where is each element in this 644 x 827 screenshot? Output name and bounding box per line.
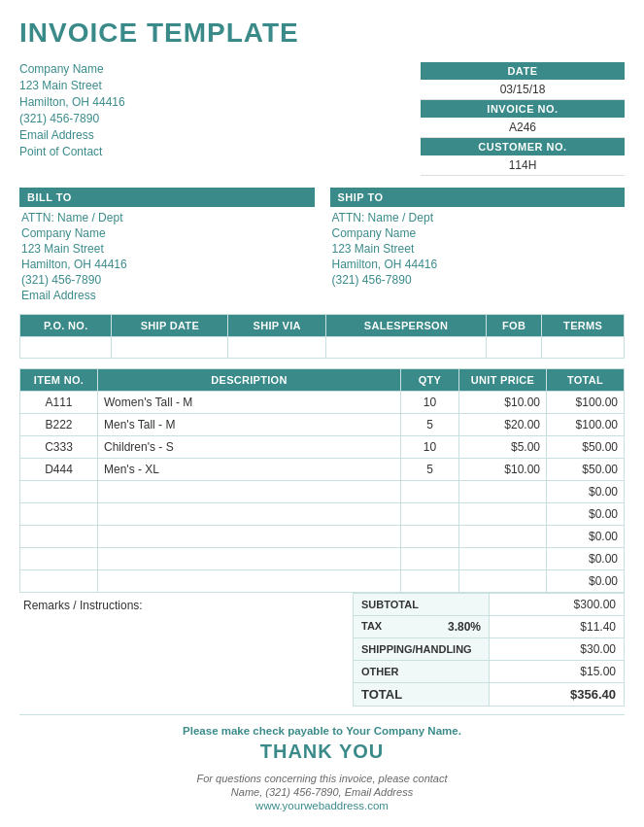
table-row: A111 Women's Tall - M 10 $10.00 $100.00 — [20, 392, 625, 414]
bill-to-header: BILL TO — [19, 188, 315, 207]
cell-unit: $20.00 — [459, 414, 547, 436]
bill-ship-section: BILL TO ATTN: Name / Dept Company Name 1… — [19, 188, 625, 304]
po-salesperson-val — [326, 337, 487, 359]
po-col-po: P.O. NO. — [20, 315, 112, 337]
footer-area: Please make check payable to Your Compan… — [19, 725, 625, 811]
ship-phone: (321) 456-7890 — [330, 273, 626, 287]
bottom-section: Remarks / Instructions: SUBTOTAL $300.00… — [19, 593, 625, 706]
other-row: OTHER $15.00 — [354, 661, 625, 683]
cell-qty — [401, 548, 459, 570]
cell-unit — [459, 481, 547, 503]
cell-qty — [401, 503, 459, 526]
divider — [19, 714, 625, 715]
cell-unit — [459, 503, 547, 526]
shipping-row: SHIPPING/HANDLING $30.00 — [354, 638, 625, 661]
cell-total: $0.00 — [547, 481, 625, 503]
po-col-shipdate: SHIP DATE — [112, 315, 228, 337]
cell-unit: $10.00 — [459, 392, 547, 414]
po-col-shipvia: SHIP VIA — [228, 315, 326, 337]
po-col-salesperson: SALESPERSON — [326, 315, 487, 337]
po-terms-val — [542, 337, 625, 359]
subtotal-value: $300.00 — [490, 594, 625, 616]
page-title: INVOICE TEMPLATE — [19, 17, 625, 49]
remarks-label: Remarks / Instructions: — [23, 599, 143, 612]
bill-attn: ATTN: Name / Dept — [19, 211, 315, 224]
po-shipdate-val — [112, 337, 228, 359]
bill-to-body: ATTN: Name / Dept Company Name 123 Main … — [19, 211, 315, 302]
shipping-label: SHIPPING/HANDLING — [354, 638, 490, 661]
bill-to-block: BILL TO ATTN: Name / Dept Company Name 1… — [19, 188, 315, 304]
cell-desc: Women's Tall - M — [98, 392, 401, 414]
col-qty: QTY — [401, 369, 459, 392]
total-value: $356.40 — [490, 683, 625, 706]
ship-name: Company Name — [330, 226, 626, 240]
cell-item: A111 — [20, 392, 98, 414]
cell-unit — [459, 548, 547, 570]
cell-item — [20, 548, 98, 570]
other-label: OTHER — [354, 661, 490, 683]
table-row: $0.00 — [20, 503, 625, 526]
bill-name: Company Name — [19, 226, 315, 240]
shipping-value: $30.00 — [490, 638, 625, 661]
other-value: $15.00 — [490, 661, 625, 683]
cell-total: $50.00 — [547, 459, 625, 481]
cell-unit — [459, 526, 547, 548]
col-unit-price: UNIT PRICE — [459, 369, 547, 392]
cell-item — [20, 526, 98, 548]
items-header-row: ITEM NO. DESCRIPTION QTY UNIT PRICE TOTA… — [20, 369, 625, 392]
cell-desc — [98, 503, 401, 526]
cell-item: B222 — [20, 414, 98, 436]
ship-to-header: SHIP TO — [330, 188, 626, 207]
ship-address2: Hamilton, OH 44416 — [330, 258, 626, 271]
company-info: Company Name 123 Main Street Hamilton, O… — [19, 62, 125, 176]
table-row: $0.00 — [20, 481, 625, 503]
tax-rate: 3.80% — [448, 620, 481, 634]
table-row: $0.00 — [20, 548, 625, 570]
po-col-terms: TERMS — [542, 315, 625, 337]
thank-you: THANK YOU — [19, 741, 625, 763]
cell-unit — [459, 570, 547, 593]
table-row: $0.00 — [20, 570, 625, 593]
date-value: 03/15/18 — [421, 80, 625, 100]
totals-table: SUBTOTAL $300.00 TAX 3.80% $11.40 SHIPPI… — [353, 593, 625, 706]
table-row: B222 Men's Tall - M 5 $20.00 $100.00 — [20, 414, 625, 436]
customer-value: 114H — [421, 155, 625, 176]
col-item-no: ITEM NO. — [20, 369, 98, 392]
cell-qty: 10 — [401, 436, 459, 459]
top-section: Company Name 123 Main Street Hamilton, O… — [19, 62, 625, 176]
bill-email: Email Address — [19, 289, 315, 302]
ship-to-body: ATTN: Name / Dept Company Name 123 Main … — [330, 211, 626, 287]
table-row: $0.00 — [20, 526, 625, 548]
cell-qty — [401, 481, 459, 503]
customer-label: CUSTOMER NO. — [421, 138, 625, 155]
cell-total: $0.00 — [547, 526, 625, 548]
cell-desc: Children's - S — [98, 436, 401, 459]
cell-desc — [98, 481, 401, 503]
ship-address1: 123 Main Street — [330, 242, 626, 256]
cell-qty: 5 — [401, 414, 459, 436]
cell-desc — [98, 570, 401, 593]
company-address2: Hamilton, OH 44416 — [19, 95, 125, 109]
po-header-row: P.O. NO. SHIP DATE SHIP VIA SALESPERSON … — [20, 315, 625, 337]
tax-value: $11.40 — [490, 616, 625, 638]
subtotal-label: SUBTOTAL — [354, 594, 490, 616]
po-data-row — [20, 337, 625, 359]
remarks-col: Remarks / Instructions: — [19, 593, 353, 706]
invoice-value: A246 — [421, 118, 625, 138]
po-table: P.O. NO. SHIP DATE SHIP VIA SALESPERSON … — [19, 314, 625, 359]
col-description: DESCRIPTION — [98, 369, 401, 392]
cell-qty — [401, 570, 459, 593]
cell-unit: $5.00 — [459, 436, 547, 459]
contact-info: Name, (321) 456-7890, Email Address — [19, 786, 625, 798]
ship-to-block: SHIP TO ATTN: Name / Dept Company Name 1… — [330, 188, 626, 304]
contact-note: For questions concerning this invoice, p… — [19, 773, 625, 784]
cell-unit: $10.00 — [459, 459, 547, 481]
tax-label: TAX 3.80% — [354, 616, 490, 638]
items-table: ITEM NO. DESCRIPTION QTY UNIT PRICE TOTA… — [19, 368, 625, 593]
table-row: C333 Children's - S 10 $5.00 $50.00 — [20, 436, 625, 459]
cell-desc: Men's Tall - M — [98, 414, 401, 436]
ship-attn: ATTN: Name / Dept — [330, 211, 626, 224]
col-total: TOTAL — [547, 369, 625, 392]
company-name: Company Name — [19, 62, 125, 76]
po-fob-val — [486, 337, 541, 359]
